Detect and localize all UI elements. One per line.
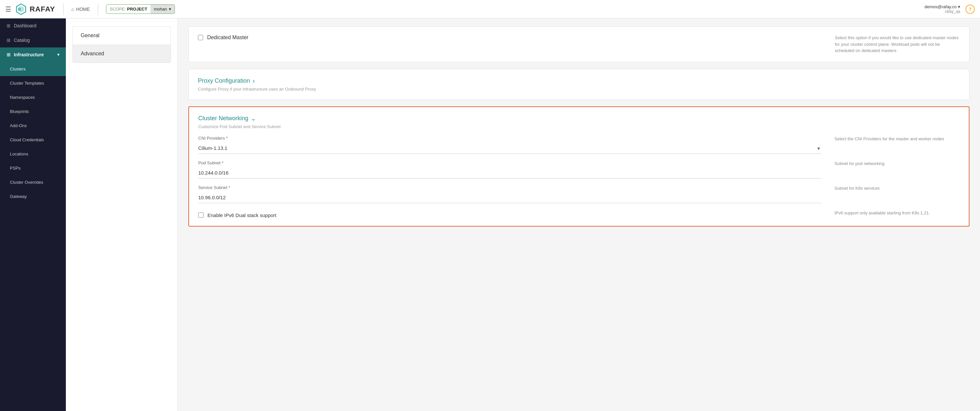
proxy-config-header[interactable]: Proxy Configuration › (198, 77, 960, 84)
sidebar-item-infrastructure[interactable]: ⊞ Infrastructure ▾ (0, 48, 66, 62)
hamburger-menu[interactable]: ☰ (5, 5, 11, 13)
cluster-networking-title[interactable]: Cluster Networking ⌄ (198, 115, 959, 122)
ipv6-label[interactable]: Enable IPv6 Dual stack support (207, 212, 276, 218)
cni-hint-text: Select the CNI Providers for the master … (834, 136, 944, 141)
logo-icon: R (15, 3, 27, 15)
user-org: rafay_qa (925, 9, 961, 14)
sidebar-item-label: Add-Ons (10, 123, 27, 128)
sidebar-item-locations[interactable]: Locations (0, 147, 66, 161)
pod-subnet-input[interactable] (198, 167, 821, 178)
cni-select-wrapper: Cilium-1.13.1 ▾ (198, 143, 821, 154)
ipv6-hint-text: IPv6 support only available starting fro… (834, 210, 930, 215)
cluster-networking-desc: Customize Pod Subnet and Service Subnet (198, 124, 959, 129)
service-subnet-hint: Subnet for K8s services (834, 185, 959, 192)
home-link[interactable]: ⌂ HOME (72, 6, 90, 12)
dedicated-master-label[interactable]: Dedicated Master (207, 35, 248, 40)
dedicated-master-section: Dedicated Master Select this option if y… (188, 26, 969, 62)
sidebar-item-gateway[interactable]: Gateway (0, 190, 66, 204)
topnav: ☰ R RAFAY ⌂ HOME SCOPE: PROJECT mohan ▾ (0, 0, 980, 18)
help-button[interactable]: ? (966, 5, 975, 14)
sidebar-item-label: Catalog (14, 38, 30, 43)
sidebar-item-label: Gateway (10, 194, 27, 199)
home-label: HOME (76, 6, 90, 12)
home-icon: ⌂ (72, 6, 74, 12)
sidebar-item-label: Cluster Overrides (10, 180, 43, 185)
sidebar-item-dashboard[interactable]: ⊞ Dashboard (0, 18, 66, 33)
proxy-config-title: Proxy Configuration (198, 77, 250, 84)
service-subnet-hint-text: Subnet for K8s services (834, 186, 880, 191)
scope-value[interactable]: mohan ▾ (151, 5, 175, 13)
cni-row: CNI Providers * Cilium-1.13.1 ▾ (198, 136, 959, 154)
sidebar-item-label: Locations (10, 151, 28, 156)
sidebar-item-cluster-templates[interactable]: Cluster Templates (0, 76, 66, 90)
pod-subnet-hint: Subnet for pod networking (834, 160, 959, 167)
sidebar-item-psps[interactable]: PSPs (0, 161, 66, 175)
panel-advanced[interactable]: Advanced (73, 45, 170, 62)
sidebar-item-cloud-credentials[interactable]: Cloud Credentials (0, 133, 66, 147)
sidebar-item-label: Cluster Templates (10, 81, 44, 86)
main-layout: ⊞ Dashboard ⊞ Catalog ⊞ Infrastructure ▾… (0, 18, 980, 411)
cni-hint: Select the CNI Providers for the master … (834, 136, 959, 142)
pod-subnet-main: Pod Subnet * (198, 160, 821, 178)
sidebar-item-clusters[interactable]: Clusters (0, 62, 66, 76)
dedicated-master-row: Dedicated Master Select this option if y… (198, 35, 960, 54)
dashboard-icon: ⊞ (6, 23, 11, 28)
dedicated-master-checkbox-row: Dedicated Master (198, 35, 822, 40)
sidebar-item-label: Dashboard (14, 23, 37, 28)
svg-text:R: R (18, 7, 21, 12)
proxy-config-chevron: › (253, 77, 255, 84)
pod-subnet-field-group: Pod Subnet * Subnet for pod networking (198, 160, 959, 178)
dedicated-master-checkbox[interactable] (198, 35, 203, 40)
scope-label: SCOPE: PROJECT (107, 5, 151, 13)
sidebar-item-label: Namespaces (10, 95, 35, 100)
logo-text: RAFAY (30, 5, 55, 13)
service-subnet-row: Service Subnet * Subnet for K8s services (198, 185, 959, 203)
pod-subnet-row: Pod Subnet * Subnet for pod networking (198, 160, 959, 178)
sidebar-item-cluster-overrides[interactable]: Cluster Overrides (0, 175, 66, 190)
dedicated-master-main: Dedicated Master (198, 35, 822, 43)
service-subnet-input[interactable] (198, 192, 821, 203)
dedicated-master-hint-text: Select this option if you would like to … (835, 35, 959, 53)
sidebar-item-blueprints[interactable]: Blueprints (0, 104, 66, 119)
sidebar-item-label: Blueprints (10, 109, 29, 114)
ipv6-hint: IPv6 support only available starting fro… (834, 210, 959, 217)
content-area: General Advanced Dedicated Master Sele (66, 18, 980, 411)
panel-general[interactable]: General (73, 27, 170, 45)
ipv6-row: Enable IPv6 Dual stack support (198, 212, 821, 218)
nav-divider (63, 3, 64, 15)
topnav-right: demos@rafay.co ▾ rafay_qa ? (925, 4, 975, 14)
left-panel: General Advanced (66, 18, 178, 411)
infrastructure-arrow: ▾ (57, 53, 59, 57)
cni-label: CNI Providers * (198, 136, 821, 141)
cni-field-group: CNI Providers * Cilium-1.13.1 ▾ (198, 136, 959, 154)
sidebar-item-label: PSPs (10, 166, 21, 170)
proxy-config-desc: Configure Proxy if your infrastructure u… (198, 87, 960, 92)
infrastructure-icon: ⊞ (6, 52, 11, 57)
ipv6-row-outer: Enable IPv6 Dual stack support IPv6 supp… (198, 210, 959, 218)
dedicated-master-hint: Select this option if you would like to … (835, 35, 960, 54)
scope-selector[interactable]: SCOPE: PROJECT mohan ▾ (106, 4, 175, 14)
cluster-networking-main: Cluster Networking ⌄ Customize Pod Subne… (198, 115, 959, 218)
panel-card: General Advanced (72, 26, 171, 63)
cluster-networking-header-row: Cluster Networking ⌄ Customize Pod Subne… (198, 115, 959, 218)
pod-subnet-hint-text: Subnet for pod networking (834, 161, 885, 166)
cni-main: CNI Providers * Cilium-1.13.1 ▾ (198, 136, 821, 154)
logo: R RAFAY (15, 3, 55, 15)
cluster-networking-chevron: ⌄ (251, 115, 256, 122)
sidebar-item-catalog[interactable]: ⊞ Catalog (0, 33, 66, 48)
cluster-networking-section: Cluster Networking ⌄ Customize Pod Subne… (188, 107, 969, 226)
proxy-config-section: Proxy Configuration › Configure Proxy if… (188, 69, 969, 100)
service-subnet-label: Service Subnet * (198, 185, 821, 190)
right-panel: Dedicated Master Select this option if y… (178, 18, 980, 411)
service-subnet-field-group: Service Subnet * Subnet for K8s services (198, 185, 959, 203)
scope-divider (98, 3, 98, 15)
cni-select[interactable]: Cilium-1.13.1 (198, 143, 821, 154)
pod-subnet-label: Pod Subnet * (198, 160, 821, 165)
sidebar-item-namespaces[interactable]: Namespaces (0, 90, 66, 104)
sidebar-item-label: Infrastructure (14, 52, 44, 57)
sidebar-item-label: Clusters (10, 67, 26, 72)
sidebar-item-add-ons[interactable]: Add-Ons (0, 119, 66, 133)
user-info: demos@rafay.co ▾ rafay_qa (925, 4, 961, 14)
user-email: demos@rafay.co ▾ (925, 4, 961, 9)
ipv6-checkbox[interactable] (198, 212, 204, 218)
